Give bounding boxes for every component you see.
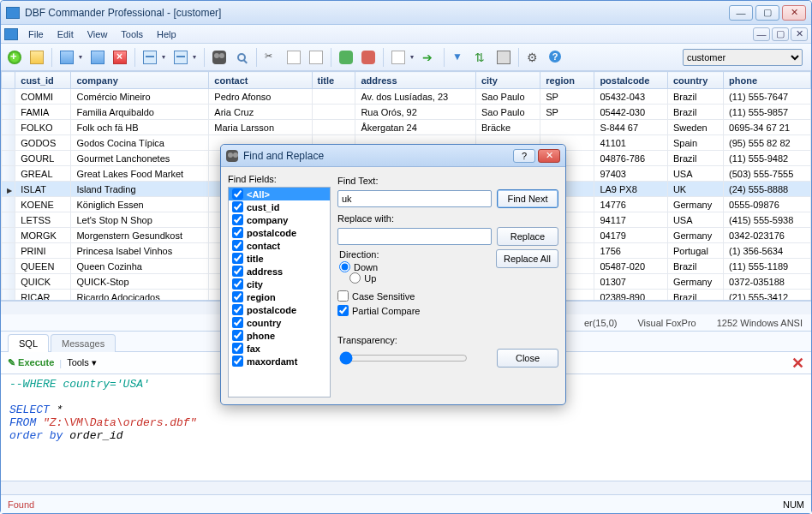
cell[interactable]: Spain	[667, 135, 723, 151]
toolbar-copy[interactable]	[284, 47, 304, 68]
cell[interactable]: Brazil	[667, 105, 723, 120]
cell[interactable]: USA	[667, 166, 723, 182]
field-checkbox[interactable]	[232, 291, 243, 302]
cell[interactable]: 94117	[594, 212, 668, 228]
cell[interactable]: (503) 555-7555	[724, 166, 811, 182]
cell[interactable]: GOURL	[15, 151, 71, 166]
cell[interactable]: (11) 555-9482	[724, 151, 811, 166]
toolbar-paste[interactable]	[306, 47, 326, 68]
cell[interactable]: 01307	[594, 274, 668, 290]
mdi-minimize[interactable]: —	[753, 27, 770, 41]
field-item[interactable]: <All>	[229, 188, 330, 200]
cell[interactable]: 0695-34 67 21	[724, 120, 811, 135]
cell[interactable]: Great Lakes Food Market	[71, 166, 209, 182]
cell[interactable]	[540, 120, 594, 135]
field-checkbox[interactable]	[232, 278, 243, 290]
transparency-slider[interactable]	[339, 351, 468, 365]
toolbar-structure[interactable]	[57, 47, 86, 68]
tab-messages[interactable]: Messages	[51, 334, 116, 352]
dialog-help-button[interactable]: ?	[513, 149, 535, 163]
field-item[interactable]: company	[229, 213, 330, 226]
cell[interactable]: QUICK	[15, 274, 71, 290]
menu-help[interactable]: Help	[150, 27, 183, 42]
cell[interactable]: 05442-030	[594, 105, 668, 120]
cell[interactable]: Maria Larsson	[209, 120, 312, 135]
table-row[interactable]: FOLKOFolk och fä HBMaria LarssonÅkergata…	[2, 120, 811, 135]
table-row[interactable]: COMMIComércio MineiroPedro AfonsoAv. dos…	[2, 89, 811, 105]
maximize-button[interactable]: ▢	[755, 5, 779, 21]
field-checkbox[interactable]	[232, 188, 243, 200]
cell[interactable]: 0342-023176	[724, 228, 811, 243]
field-checkbox[interactable]	[232, 317, 243, 328]
menu-view[interactable]: View	[81, 27, 115, 42]
field-item[interactable]: address	[229, 265, 330, 278]
toolbar-save[interactable]	[87, 47, 108, 68]
minimize-button[interactable]: —	[729, 5, 753, 21]
field-item[interactable]: postalcode	[229, 226, 330, 239]
cell[interactable]: RICAR	[15, 290, 71, 302]
column-header-contact[interactable]: contact	[209, 72, 312, 89]
cell[interactable]: Princesa Isabel Vinhos	[71, 243, 209, 259]
cell[interactable]: QUICK-Stop	[71, 274, 209, 290]
toolbar-calc[interactable]	[493, 47, 514, 68]
field-checkbox[interactable]	[232, 240, 243, 251]
field-checkbox[interactable]	[232, 304, 243, 315]
cell[interactable]: 41101	[594, 135, 668, 151]
toolbar-open[interactable]	[27, 47, 47, 68]
find-text-input[interactable]	[337, 190, 492, 207]
cell[interactable]: (11) 555-7647	[724, 89, 811, 105]
toolbar-new[interactable]	[4, 47, 25, 68]
cell[interactable]: SP	[540, 105, 594, 120]
field-item[interactable]: city	[229, 278, 330, 290]
field-item[interactable]: maxordamt	[229, 355, 330, 368]
replace-button[interactable]: Replace	[497, 227, 558, 246]
table-selector[interactable]: customer	[683, 49, 803, 66]
dialog-titlebar[interactable]: Find and Replace ? ✕	[221, 145, 565, 167]
direction-down[interactable]: Down	[339, 261, 489, 272]
column-header-title[interactable]: title	[312, 72, 355, 89]
column-header-phone[interactable]: phone	[724, 72, 811, 89]
column-header-postalcode[interactable]: postalcode	[594, 72, 668, 89]
cell[interactable]: 05487-020	[594, 259, 668, 274]
toolbar-export[interactable]	[388, 47, 417, 68]
field-checkbox[interactable]	[232, 330, 243, 341]
cell[interactable]: Familia Arquibaldo	[71, 105, 209, 120]
cell[interactable]: Aria Cruz	[209, 105, 312, 120]
cell[interactable]: (415) 555-5938	[724, 212, 811, 228]
cell[interactable]: LETSS	[15, 212, 71, 228]
field-checkbox[interactable]	[232, 253, 243, 264]
cell[interactable]: Åkergatan 24	[355, 120, 476, 135]
toolbar-db-remove[interactable]	[358, 47, 379, 68]
cell[interactable]: KOENE	[15, 197, 71, 212]
field-item[interactable]: fax	[229, 342, 330, 355]
field-item[interactable]: cust_id	[229, 200, 330, 213]
toolbar-settings[interactable]	[523, 47, 544, 68]
cell[interactable]: Sweden	[667, 120, 723, 135]
cell[interactable]: QUEEN	[15, 259, 71, 274]
cell[interactable]: 04179	[594, 228, 668, 243]
close-button[interactable]: ✕	[782, 5, 806, 21]
cell[interactable]: (21) 555-3412	[724, 290, 811, 302]
case-checkbox[interactable]	[337, 290, 349, 302]
toolbar-cut[interactable]	[261, 47, 282, 68]
toolbar-find[interactable]	[209, 47, 230, 68]
up-radio[interactable]	[349, 272, 361, 284]
menu-edit[interactable]: Edit	[51, 27, 81, 42]
cell[interactable]: USA	[667, 212, 723, 228]
cell[interactable]: FAMIA	[15, 105, 71, 120]
cell[interactable]: Island Trading	[71, 182, 209, 197]
menu-file[interactable]: File	[21, 27, 51, 42]
field-checkbox[interactable]	[232, 214, 243, 225]
menu-tools[interactable]: Tools	[114, 27, 150, 42]
field-item[interactable]: country	[229, 316, 330, 329]
cell[interactable]: Rua Orós, 92	[355, 105, 476, 120]
cell[interactable]: Morgenstern Gesundkost	[71, 228, 209, 243]
cell[interactable]: FOLKO	[15, 120, 71, 135]
sql-scrollbar[interactable]	[1, 481, 811, 494]
cell[interactable]: 04876-786	[594, 151, 668, 166]
cell[interactable]: Germany	[667, 228, 723, 243]
dialog-close-button[interactable]: ✕	[538, 149, 560, 163]
cell[interactable]: Godos Cocina Típica	[71, 135, 209, 151]
toolbar-delete[interactable]	[110, 47, 130, 68]
cell[interactable]: Germany	[667, 197, 723, 212]
